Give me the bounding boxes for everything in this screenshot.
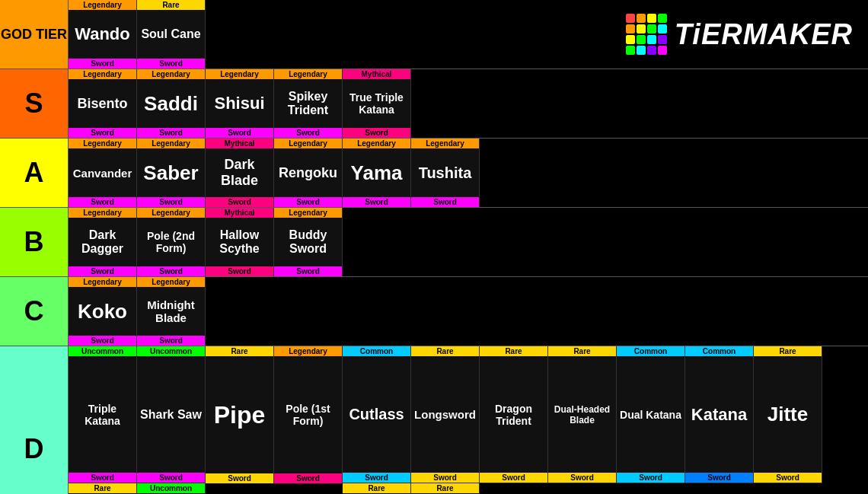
item-canvander: Legendary Canvander Sword bbox=[69, 139, 137, 207]
item-wando: Legendary Wando Sword bbox=[69, 0, 137, 69]
item-trident: Rare Trident Sword bbox=[411, 483, 480, 494]
tier-c-label: C bbox=[0, 277, 69, 346]
tier-c-row: C Legendary Koko Sword Legendary Midnigh… bbox=[0, 277, 868, 346]
item-pole-2nd: Legendary Pole (2nd Form) Sword bbox=[137, 208, 206, 276]
rarity-badge: Legendary bbox=[69, 0, 136, 10]
item-dark-dagger: Legendary Dark Dagger Sword bbox=[69, 208, 137, 276]
item-jitte: Rare Jitte Sword bbox=[754, 346, 822, 483]
item-pole-1st: Legendary Pole (1st Form) Sword bbox=[274, 346, 343, 483]
tier-god-label: GOD TIER bbox=[0, 0, 69, 69]
item-longsword: Rare Longsword Sword bbox=[411, 346, 480, 483]
item-spikey-trident: Legendary Spikey Trident Sword bbox=[274, 69, 343, 138]
item-type: Sword bbox=[137, 59, 205, 69]
item-twin-hooks: Uncommon Twin Hooks Sword bbox=[137, 483, 206, 494]
item-shisui: Legendary Shisui Sword bbox=[206, 69, 274, 138]
tier-b-row: B Legendary Dark Dagger Sword Legendary … bbox=[0, 208, 868, 277]
tier-a-row: A Legendary Canvander Sword Legendary Sa… bbox=[0, 139, 868, 208]
item-midnight-blade: Legendary Midnight Blade Sword bbox=[137, 277, 206, 346]
logo-area: TiERMAKER bbox=[206, 0, 868, 69]
item-gravity-cane: Rare Gravity Cane Sword bbox=[69, 483, 137, 494]
item-dual-katana: Common Dual Katana Sword bbox=[617, 346, 685, 483]
tier-a-label: A bbox=[0, 139, 69, 207]
tier-d-label: D bbox=[0, 346, 69, 494]
item-triple-katana: Uncommon Triple Katana Sword bbox=[69, 346, 137, 483]
item-type: Sword bbox=[69, 59, 136, 69]
item-buddy-sword: Legendary Buddy Sword Sword bbox=[274, 208, 343, 276]
item-wardens-sword: Rare Wardens Sword Sword bbox=[343, 483, 411, 494]
item-yama: Legendary Yama Sword bbox=[343, 139, 411, 207]
item-true-triple-katana: Mythical True Triple Katana Sword bbox=[343, 69, 411, 138]
item-name: Wando bbox=[75, 10, 130, 59]
rarity-badge: Rare bbox=[137, 0, 205, 10]
logo-text: TiERMAKER bbox=[675, 18, 853, 51]
tiermaker-logo: TiERMAKER bbox=[626, 14, 853, 55]
tier-s-row: S Legendary Bisento Sword Legendary Sadd… bbox=[0, 69, 868, 139]
item-saber: Legendary Saber Sword bbox=[137, 139, 206, 207]
item-tushita: Legendary Tushita Sword bbox=[411, 139, 480, 207]
item-shark-saw: Uncommon Shark Saw Sword bbox=[137, 346, 206, 483]
item-koko: Legendary Koko Sword bbox=[69, 277, 137, 346]
tier-s-label: S bbox=[0, 69, 69, 138]
tier-b-label: B bbox=[0, 208, 69, 276]
tier-d-row: D Uncommon Triple Katana Sword Uncommon … bbox=[0, 346, 868, 494]
item-hallow-scythe: Mythical Hallow Scythe Sword bbox=[206, 208, 274, 276]
item-katana: Common Katana Sword bbox=[685, 346, 754, 483]
item-name: Soul Cane bbox=[141, 10, 200, 59]
item-saddi: Legendary Saddi Sword bbox=[137, 69, 206, 138]
item-dual-headed-blade: Rare Dual-Headed Blade Sword bbox=[548, 346, 617, 483]
logo-icon-grid bbox=[626, 14, 667, 55]
item-rengoku: Legendary Rengoku Sword bbox=[274, 139, 343, 207]
item-cutlass: Common Cutlass Sword bbox=[343, 346, 411, 483]
item-pipe: Rare Pipe Sword bbox=[206, 346, 274, 483]
item-soul-cane: Rare Soul Cane Sword bbox=[137, 0, 206, 69]
item-dragon-trident: Rare Dragon Trident Sword bbox=[480, 346, 548, 483]
item-dark-blade: Mythical Dark Blade Sword bbox=[206, 139, 274, 207]
item-bisento: Legendary Bisento Sword bbox=[69, 69, 137, 138]
